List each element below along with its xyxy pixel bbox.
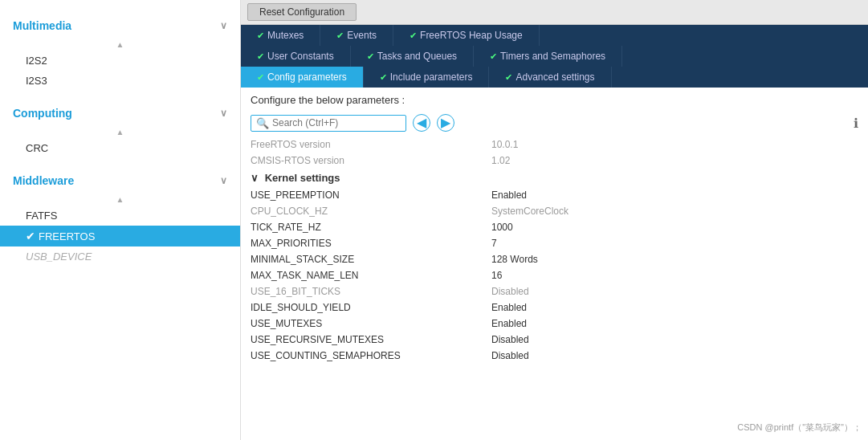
- search-input-wrapper: 🔍: [251, 115, 406, 132]
- main-panel: Reset Configuration ✔ Mutexes ✔ Events ✔…: [241, 0, 868, 440]
- table-row: USE_RECURSIVE_MUTEXES Disabled: [241, 332, 868, 348]
- sidebar-item-i2s3[interactable]: I2S3: [0, 71, 240, 91]
- sidebar-section-middleware[interactable]: Middleware ∨: [0, 168, 240, 194]
- param-value-counting-semaphores[interactable]: Disabled: [482, 348, 868, 364]
- table-row: USE_MUTEXES Enabled: [241, 316, 868, 332]
- tab-row-2: ✔ User Constants ✔ Tasks and Queues ✔ Ti…: [241, 46, 868, 67]
- sidebar-section-middleware-label: Middleware: [13, 174, 74, 187]
- version-row-cmsis: CMSIS-RTOS version 1.02: [241, 153, 868, 169]
- param-name-cmsis-version: CMSIS-RTOS version: [241, 153, 482, 169]
- param-value-max-task-name[interactable]: 16: [482, 267, 868, 283]
- watermark: CSDN @printf（"菜鸟玩家"）；: [737, 422, 862, 434]
- param-name-counting-semaphores[interactable]: USE_COUNTING_SEMAPHORES: [241, 348, 482, 364]
- param-name-cpu-clock[interactable]: CPU_CLOCK_HZ: [241, 203, 482, 219]
- param-value-cpu-clock[interactable]: SystemCoreClock: [482, 203, 868, 219]
- check-icon-config: ✔: [257, 72, 264, 83]
- content-area: Configure the below parameters : 🔍 ◀ ▶ ℹ…: [241, 88, 868, 440]
- info-icon[interactable]: ℹ: [854, 116, 858, 131]
- tab-config-parameters[interactable]: ✔ Config parameters: [241, 67, 364, 88]
- prev-arrow-button[interactable]: ◀: [413, 114, 430, 132]
- table-row: CPU_CLOCK_HZ SystemCoreClock: [241, 203, 868, 219]
- sidebar-item-i2s2[interactable]: I2S2: [0, 51, 240, 71]
- tab-row-3: ✔ Config parameters ✔ Include parameters…: [241, 67, 868, 88]
- chevron-down-icon-computing: ∨: [220, 108, 227, 119]
- sidebar: Multimedia ∨ ▲ I2S2 I2S3 Computing ∨ ▲ C…: [0, 0, 241, 440]
- param-name-use-mutexes[interactable]: USE_MUTEXES: [241, 316, 482, 332]
- table-row: IDLE_SHOULD_YIELD Enabled: [241, 299, 868, 316]
- sidebar-section-multimedia-label: Multimedia: [13, 19, 71, 32]
- tab-row-1: ✔ Mutexes ✔ Events ✔ FreeRTOS Heap Usage: [241, 25, 868, 46]
- sidebar-item-fatfs[interactable]: FATFS: [0, 206, 240, 226]
- param-name-16bit-ticks[interactable]: USE_16_BIT_TICKS: [241, 283, 482, 299]
- param-value-use-preemption[interactable]: Enabled: [482, 187, 868, 203]
- table-row: USE_COUNTING_SEMAPHORES Disabled: [241, 348, 868, 364]
- tab-user-constants[interactable]: ✔ User Constants: [241, 46, 351, 67]
- tab-advanced-settings[interactable]: ✔ Advanced settings: [489, 67, 611, 88]
- param-value-tick-rate[interactable]: 1000: [482, 219, 868, 235]
- reset-row: Reset Configuration: [241, 0, 868, 25]
- tab-area: ✔ Mutexes ✔ Events ✔ FreeRTOS Heap Usage…: [241, 25, 868, 88]
- up-arrow-icon-middleware: ▲: [116, 195, 124, 204]
- param-value-recursive-mutexes[interactable]: Disabled: [482, 332, 868, 348]
- version-row-freertos: FreeRTOS version 10.0.1: [241, 136, 868, 153]
- param-value-16bit-ticks[interactable]: Disabled: [482, 283, 868, 299]
- check-icon-include: ✔: [380, 72, 387, 83]
- param-name-tick-rate[interactable]: TICK_RATE_HZ: [241, 219, 482, 235]
- sidebar-item-usb-device[interactable]: USB_DEVICE: [0, 246, 240, 267]
- check-icon-advanced: ✔: [505, 72, 512, 83]
- param-name-use-preemption[interactable]: USE_PREEMPTION: [241, 187, 482, 203]
- check-icon-freertos: ✔: [26, 230, 35, 242]
- tab-tasks-queues[interactable]: ✔ Tasks and Queues: [351, 46, 474, 67]
- sidebar-scroll-up-multimedia[interactable]: ▲: [0, 39, 240, 51]
- table-row: MINIMAL_STACK_SIZE 128 Words: [241, 251, 868, 267]
- chevron-down-icon: ∨: [220, 20, 227, 31]
- param-name-freertos-version: FreeRTOS version: [241, 136, 482, 153]
- param-value-use-mutexes[interactable]: Enabled: [482, 316, 868, 332]
- sidebar-item-crc[interactable]: CRC: [0, 138, 240, 158]
- chevron-down-icon-middleware: ∨: [220, 175, 227, 186]
- param-value-cmsis-version: 1.02: [482, 153, 868, 169]
- kernel-settings-section: ∨ Kernel settings: [241, 169, 868, 187]
- kernel-settings-label: ∨ Kernel settings: [241, 169, 868, 187]
- param-value-freertos-version: 10.0.1: [482, 136, 868, 153]
- sidebar-item-freertos[interactable]: ✔ FREERTOS: [0, 226, 240, 246]
- sidebar-scroll-up-middleware[interactable]: ▲: [0, 194, 240, 206]
- param-name-max-task-name[interactable]: MAX_TASK_NAME_LEN: [241, 267, 482, 283]
- sidebar-section-multimedia[interactable]: Multimedia ∨: [0, 13, 240, 39]
- param-name-idle-yield[interactable]: IDLE_SHOULD_YIELD: [241, 299, 482, 316]
- up-arrow-icon: ▲: [116, 40, 124, 49]
- param-name-minimal-stack[interactable]: MINIMAL_STACK_SIZE: [241, 251, 482, 267]
- check-icon-heap: ✔: [410, 31, 417, 41]
- tab-freertos-heap-usage[interactable]: ✔ FreeRTOS Heap Usage: [393, 25, 540, 46]
- collapse-icon[interactable]: ∨: [251, 172, 259, 184]
- table-row: USE_16_BIT_TICKS Disabled: [241, 283, 868, 299]
- check-icon-events: ✔: [336, 31, 344, 41]
- sidebar-section-computing-label: Computing: [13, 107, 72, 120]
- param-value-minimal-stack[interactable]: 128 Words: [482, 251, 868, 267]
- sidebar-scroll-up-computing[interactable]: ▲: [0, 126, 240, 138]
- param-value-idle-yield[interactable]: Enabled: [482, 299, 868, 316]
- params-table: FreeRTOS version 10.0.1 CMSIS-RTOS versi…: [241, 136, 868, 364]
- next-arrow-button[interactable]: ▶: [437, 114, 454, 132]
- table-row: TICK_RATE_HZ 1000: [241, 219, 868, 235]
- param-name-recursive-mutexes[interactable]: USE_RECURSIVE_MUTEXES: [241, 332, 482, 348]
- table-row: MAX_TASK_NAME_LEN 16: [241, 267, 868, 283]
- check-icon-user-constants: ✔: [257, 51, 264, 62]
- search-bar: 🔍 ◀ ▶ ℹ: [241, 109, 868, 136]
- sidebar-section-computing[interactable]: Computing ∨: [0, 100, 240, 126]
- reset-configuration-button[interactable]: Reset Configuration: [247, 3, 357, 21]
- table-row: MAX_PRIORITIES 7: [241, 235, 868, 251]
- table-row: USE_PREEMPTION Enabled: [241, 187, 868, 203]
- configure-label: Configure the below parameters :: [241, 88, 868, 109]
- check-icon-tasks: ✔: [367, 51, 374, 62]
- param-value-max-priorities[interactable]: 7: [482, 235, 868, 251]
- param-name-max-priorities[interactable]: MAX_PRIORITIES: [241, 235, 482, 251]
- tab-events[interactable]: ✔ Events: [320, 25, 393, 46]
- tab-timers-semaphores[interactable]: ✔ Timers and Semaphores: [474, 46, 622, 67]
- check-icon-timers: ✔: [490, 51, 497, 62]
- check-icon-mutexes: ✔: [257, 31, 264, 41]
- tab-mutexes[interactable]: ✔ Mutexes: [241, 25, 320, 46]
- search-icon: 🔍: [256, 117, 269, 129]
- tab-include-parameters[interactable]: ✔ Include parameters: [364, 67, 490, 88]
- search-input[interactable]: [272, 117, 401, 128]
